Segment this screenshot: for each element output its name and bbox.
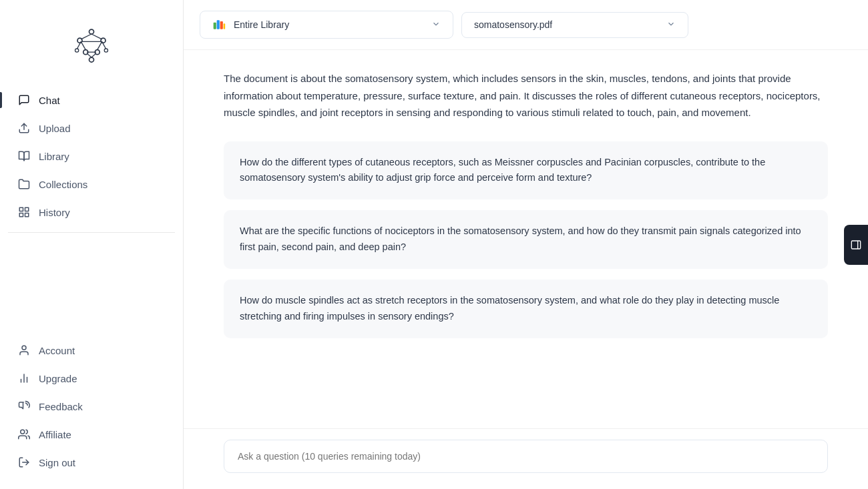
sidebar-item-upgrade-label: Upgrade: [39, 373, 77, 384]
right-panel-toggle[interactable]: [844, 225, 868, 265]
pdf-dropdown[interactable]: somatosensory.pdf: [461, 12, 688, 38]
sidebar-item-upload[interactable]: Upload: [8, 115, 175, 141]
logo: [0, 13, 183, 87]
sidebar-item-account-label: Account: [39, 345, 75, 356]
library-emoji-icon: [212, 18, 228, 31]
sidebar-item-signout-label: Sign out: [39, 457, 75, 468]
sidebar-item-feedback-label: Feedback: [39, 401, 83, 412]
svg-point-5: [89, 57, 94, 62]
account-icon: [17, 344, 31, 357]
sidebar-item-upgrade[interactable]: Upgrade: [8, 365, 175, 392]
sidebar-divider: [8, 232, 175, 233]
svg-line-12: [87, 53, 91, 57]
panel-icon: [851, 239, 861, 250]
history-icon: [17, 205, 31, 219]
question-card-1: How do the different types of cutaneous …: [224, 141, 828, 200]
affiliate-icon: [17, 428, 31, 441]
svg-rect-19: [19, 207, 23, 211]
main-content: Entire Library somatosensory.pdf The doc…: [184, 0, 868, 489]
summary-text: The document is about the somatosensory …: [224, 70, 828, 121]
pdf-dropdown-chevron: [666, 19, 676, 31]
sidebar-item-chat-label: Chat: [39, 95, 60, 106]
upgrade-icon: [17, 372, 31, 385]
svg-line-13: [91, 53, 96, 57]
question-card-3: How do muscle spindles act as stretch re…: [224, 280, 828, 338]
sidebar-item-library-label: Library: [39, 151, 69, 162]
svg-point-0: [89, 29, 94, 34]
collections-icon: [17, 177, 31, 191]
logo-icon: [68, 20, 115, 67]
main-header: Entire Library somatosensory.pdf: [184, 0, 868, 50]
svg-line-8: [81, 34, 91, 39]
signout-icon: [17, 456, 31, 469]
question-text-1: How do the different types of cutaneous …: [240, 157, 765, 183]
sidebar-item-affiliate-label: Affiliate: [39, 429, 71, 440]
question-text-2: What are the specific functions of nocic…: [240, 225, 801, 252]
sidebar-item-account[interactable]: Account: [8, 337, 175, 364]
sidebar-nav-top: Chat Upload Library: [0, 87, 183, 225]
svg-rect-20: [25, 207, 29, 211]
sidebar-item-library[interactable]: Library: [8, 143, 175, 169]
sidebar-item-feedback[interactable]: Feedback: [8, 393, 175, 420]
question-text-3: How do muscle spindles act as stretch re…: [240, 295, 779, 322]
sidebar-item-upload-label: Upload: [39, 123, 71, 134]
sidebar-item-history-label: History: [39, 207, 70, 218]
svg-point-23: [22, 346, 26, 350]
svg-rect-21: [25, 213, 29, 217]
svg-rect-29: [214, 23, 216, 29]
sidebar-item-chat[interactable]: Chat: [8, 87, 175, 113]
sidebar-item-history[interactable]: History: [8, 199, 175, 225]
chat-input-area: [184, 428, 868, 489]
svg-rect-30: [217, 20, 220, 29]
svg-rect-33: [851, 241, 860, 249]
feedback-icon: [17, 400, 31, 413]
sidebar-item-collections[interactable]: Collections: [8, 171, 175, 197]
question-card-2: What are the specific functions of nocic…: [224, 210, 828, 269]
library-icon: [17, 149, 31, 163]
content-area: The document is about the somatosensory …: [184, 50, 868, 428]
sidebar-item-signout[interactable]: Sign out: [8, 449, 175, 476]
pdf-dropdown-label: somatosensory.pdf: [474, 19, 552, 30]
library-dropdown-label: Entire Library: [234, 19, 289, 30]
sidebar-nav-bottom: Account Upgrade Feedback: [0, 337, 183, 476]
sidebar: Chat Upload Library: [0, 0, 184, 489]
svg-rect-22: [19, 213, 23, 217]
svg-rect-32: [224, 23, 226, 29]
svg-point-27: [21, 430, 25, 434]
svg-line-9: [91, 34, 102, 39]
library-dropdown[interactable]: Entire Library: [200, 11, 453, 39]
sidebar-item-collections-label: Collections: [39, 179, 87, 190]
svg-line-10: [81, 41, 85, 49]
library-dropdown-chevron: [431, 19, 441, 31]
svg-rect-31: [220, 21, 223, 29]
sidebar-item-affiliate[interactable]: Affiliate: [8, 421, 175, 448]
svg-line-11: [97, 41, 102, 49]
upload-icon: [17, 121, 31, 135]
chat-icon: [17, 93, 31, 107]
chat-input[interactable]: [224, 440, 828, 473]
